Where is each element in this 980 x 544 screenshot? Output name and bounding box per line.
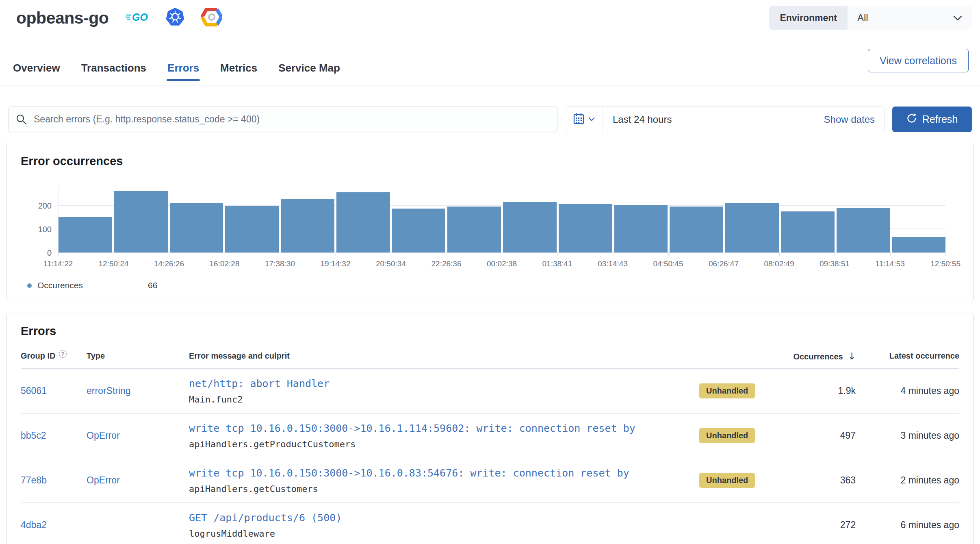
x-axis-tick [724, 253, 724, 256]
environment-select[interactable]: Environment All [769, 6, 972, 30]
tab-errors[interactable]: Errors [167, 59, 200, 81]
group-id-link[interactable]: 4dba2 [21, 520, 47, 530]
x-axis-label: 00:02:38 [487, 259, 517, 268]
error-culprit: apiHandlers.getProductCustomers [189, 439, 652, 449]
tab-label: Overview [13, 62, 60, 74]
chart-bar[interactable] [725, 203, 779, 252]
chart-bar[interactable] [392, 209, 446, 252]
errors-title: Errors [21, 324, 959, 338]
tab-label: Errors [167, 62, 199, 74]
x-axis: 11:14:2212:50:2414:26:2616:02:2817:38:30… [58, 253, 945, 272]
column-occurrences[interactable]: Occurrences↓ [774, 351, 856, 361]
x-axis-label: 12:50:24 [99, 259, 129, 268]
tab-transactions[interactable]: Transactions [80, 59, 147, 81]
help-icon[interactable]: ? [59, 350, 67, 358]
toolbar: Last 24 hours Show dates Refresh [8, 107, 972, 132]
chart-title: Error occurrences [21, 154, 959, 168]
x-axis-tick [945, 253, 946, 256]
occurrences-value: 1.9k [774, 385, 856, 396]
x-axis-tick [613, 253, 613, 256]
x-axis-label: 22:26:36 [431, 259, 462, 268]
x-axis-label: 03:14:43 [598, 259, 628, 268]
sort-descending-icon: ↓ [848, 351, 856, 361]
go-logo-icon: GO [126, 11, 149, 25]
error-message-link[interactable]: net/http: abort Handler [189, 378, 652, 390]
x-axis-tick [557, 253, 558, 256]
table-row: 56061 errorString net/http: abort Handle… [21, 369, 959, 413]
x-axis-label: 01:38:41 [542, 259, 572, 268]
latest-occurrence-value: 2 minutes ago [856, 475, 959, 486]
kubernetes-logo-icon [165, 7, 185, 28]
occurrences-value: 272 [774, 520, 856, 531]
error-message-link[interactable]: GET /api/products/6 (500) [189, 512, 652, 524]
type-link[interactable]: errorString [87, 385, 131, 396]
chart-bar[interactable] [892, 237, 945, 252]
latest-occurrence-value: 3 minutes ago [856, 430, 959, 441]
tab-bar: OverviewTransactionsErrorsMetricsService… [0, 36, 980, 85]
svg-text:GO: GO [132, 11, 148, 23]
table-row: bb5c2 OpError write tcp 10.16.0.150:3000… [21, 413, 959, 458]
tab-overview[interactable]: Overview [12, 59, 61, 81]
app-header: opbeans-go GO [0, 0, 980, 36]
show-dates-link[interactable]: Show dates [824, 114, 885, 125]
group-id-link[interactable]: 77e8b [21, 475, 47, 485]
chart-bar[interactable] [170, 203, 223, 252]
environment-label: Environment [769, 6, 848, 30]
type-link[interactable]: OpError [87, 475, 120, 485]
search-box [8, 107, 557, 132]
chart-bar[interactable] [114, 191, 168, 252]
chart-bar[interactable] [59, 217, 112, 252]
chart-bar[interactable] [281, 199, 334, 252]
x-axis-label: 20:50:34 [376, 259, 406, 268]
group-id-link[interactable]: 56061 [21, 385, 47, 396]
error-message-link[interactable]: write tcp 10.16.0.150:3000->10.16.0.83:5… [189, 467, 652, 479]
group-id-link[interactable]: bb5c2 [21, 430, 46, 441]
error-culprit: apiHandlers.getCustomers [189, 484, 652, 494]
view-correlations-button[interactable]: View correlations [868, 49, 969, 72]
x-axis-tick [58, 253, 59, 256]
search-icon [15, 113, 28, 127]
chart-bar[interactable] [837, 208, 890, 252]
refresh-button[interactable]: Refresh [892, 107, 972, 132]
chart-bar[interactable] [670, 207, 723, 252]
legend-dot-icon [27, 283, 32, 288]
datepicker-calendar-button[interactable] [565, 107, 603, 132]
x-axis-tick [447, 253, 447, 256]
occurrences-value: 363 [774, 475, 856, 486]
x-axis-label: 11:14:22 [43, 259, 73, 268]
chart-bar[interactable] [781, 211, 835, 252]
table-header: Group ID? Type Error message and culprit… [21, 344, 959, 369]
calendar-icon [573, 113, 585, 126]
table-row: 77e8b OpError write tcp 10.16.0.150:3000… [21, 458, 959, 503]
x-axis-tick [668, 253, 669, 256]
tab-service-map[interactable]: Service Map [278, 59, 341, 81]
plot-area [58, 186, 945, 253]
error-message-link[interactable]: write tcp 10.16.0.150:3000->10.16.1.114:… [189, 422, 652, 434]
chevron-down-icon [953, 12, 962, 24]
chart-bar[interactable] [225, 206, 279, 252]
legend-item[interactable]: Occurences 66 [27, 281, 959, 290]
x-axis-tick [835, 253, 835, 256]
type-link[interactable]: OpError [87, 430, 120, 441]
errors-panel: Errors Group ID? Type Error message and … [7, 313, 973, 544]
tab-label: Metrics [220, 62, 257, 74]
x-axis-tick [114, 253, 114, 256]
tab-metrics[interactable]: Metrics [219, 59, 258, 81]
chart-bar[interactable] [559, 204, 612, 252]
service-title: opbeans-go [16, 9, 108, 28]
error-culprit: logrusMiddleware [189, 529, 652, 539]
latest-occurrence-value: 6 minutes ago [856, 520, 959, 531]
x-axis-tick [169, 253, 169, 256]
time-range-value[interactable]: Last 24 hours [603, 114, 824, 125]
error-occurrences-chart: 200 100 0 11:14:2212:50:2414:26:2616:02:… [21, 186, 959, 272]
chart-bar[interactable] [503, 202, 557, 252]
search-input[interactable] [8, 107, 557, 132]
x-axis-label: 08:02:49 [764, 259, 794, 268]
x-axis-label: 11:14:53 [875, 259, 905, 268]
chart-bar[interactable] [447, 207, 501, 252]
y-axis-label: 0 [47, 248, 52, 258]
chart-bar[interactable] [614, 205, 668, 252]
x-axis-label: 04:50:45 [653, 259, 683, 268]
latest-occurrence-value: 4 minutes ago [856, 385, 959, 396]
chart-bar[interactable] [336, 192, 390, 252]
